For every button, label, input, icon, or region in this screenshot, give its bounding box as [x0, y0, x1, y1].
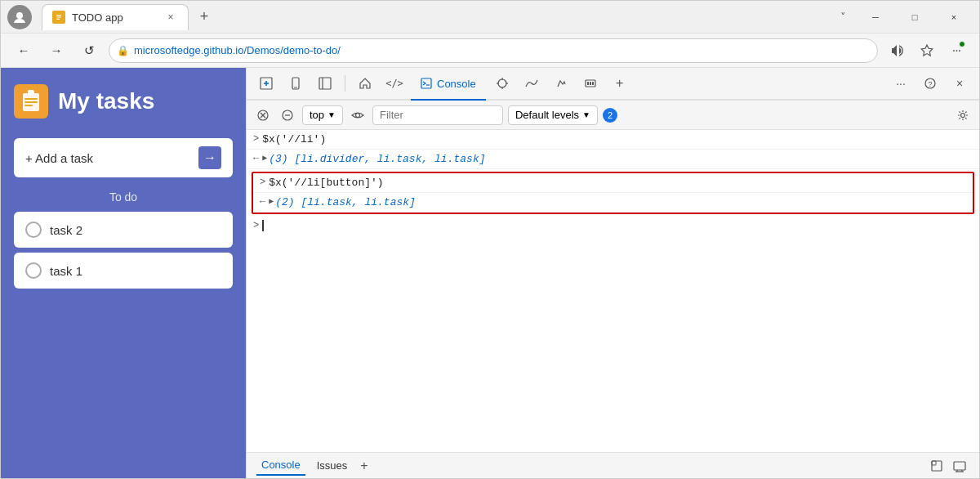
- expand-4[interactable]: ▶: [269, 196, 274, 206]
- address-input[interactable]: microsoftedge.github.io/Demos/demo-to-do…: [109, 38, 878, 63]
- toolbar-separator: [345, 75, 345, 92]
- user-avatar[interactable]: [7, 5, 32, 29]
- svg-rect-25: [592, 82, 594, 85]
- task-name-2: task 2: [50, 223, 82, 237]
- forward-button[interactable]: →: [43, 38, 69, 64]
- console-settings-button[interactable]: [953, 105, 973, 125]
- add-task-arrow-icon: →: [198, 146, 221, 169]
- cursor: [262, 220, 264, 231]
- browser-tab[interactable]: TODO app ×: [42, 4, 189, 30]
- task-name-1: task 1: [50, 264, 82, 278]
- svg-point-34: [961, 113, 965, 117]
- favorites-button[interactable]: [914, 38, 940, 64]
- svg-rect-3: [56, 16, 61, 17]
- back-button[interactable]: ←: [11, 38, 37, 64]
- devtools-memory-button[interactable]: [577, 70, 604, 96]
- lock-icon: 🔒: [117, 45, 129, 56]
- more-tools-button[interactable]: ···: [943, 38, 969, 64]
- bottom-tab-issues[interactable]: Issues: [312, 456, 353, 475]
- new-tab-button[interactable]: +: [192, 5, 216, 29]
- svg-rect-23: [587, 82, 589, 85]
- console-line-4: ← ▶ (2) [li.task, li.task]: [253, 193, 973, 213]
- main-content: My tasks + Add a task → To do task 2 tas…: [1, 68, 979, 478]
- devtools-console-tab[interactable]: Console: [411, 68, 486, 101]
- add-task-label: + Add a task: [25, 151, 93, 165]
- address-actions: ···: [884, 38, 969, 64]
- refresh-button[interactable]: ↺: [76, 38, 102, 64]
- chevron-button[interactable]: ˅: [831, 5, 855, 29]
- svg-rect-12: [294, 87, 297, 88]
- console-line-2: ← ▶ (3) [li.divider, li.task, li.task]: [247, 150, 979, 169]
- levels-chevron: ▼: [582, 110, 590, 119]
- window-controls: ˅ ─ □ ×: [831, 5, 973, 29]
- devtools-add-tab-button[interactable]: +: [607, 70, 633, 96]
- read-aloud-button[interactable]: [884, 38, 911, 64]
- console-filter-button[interactable]: [278, 105, 297, 125]
- title-bar: TODO app × + ˅ ─ □ ×: [1, 1, 979, 34]
- devtools-home-button[interactable]: [352, 70, 378, 96]
- tab-title: TODO app: [72, 11, 157, 24]
- context-selector[interactable]: top ▼: [302, 105, 343, 125]
- caret-4: ←: [260, 196, 265, 208]
- prompt-line[interactable]: >: [247, 217, 979, 235]
- svg-rect-2: [56, 15, 61, 16]
- add-task-button[interactable]: + Add a task →: [14, 138, 233, 177]
- svg-point-17: [498, 79, 506, 87]
- tab-favicon: [52, 11, 65, 24]
- console-tab-label: Console: [437, 78, 476, 90]
- devtools-inspect-button[interactable]: [253, 70, 279, 96]
- tab-close-button[interactable]: ×: [163, 10, 178, 25]
- svg-rect-37: [954, 462, 965, 470]
- console-clear-button[interactable]: [253, 105, 273, 125]
- console-text-1: $x('//li'): [262, 133, 326, 145]
- devtools-debug-button[interactable]: [489, 70, 515, 96]
- devtools-help-button[interactable]: ?: [917, 70, 943, 96]
- task-item-2[interactable]: task 2: [14, 212, 233, 248]
- svg-rect-8: [24, 101, 38, 103]
- devtools-toolbar: </> Console + ···: [247, 68, 979, 101]
- svg-rect-9: [24, 105, 33, 106]
- highlighted-block: > $x('//li[button]') ← ▶ (2) [li.task, l…: [252, 172, 974, 214]
- devtools-network-button[interactable]: [519, 70, 545, 96]
- devtools-panel: </> Console + ···: [246, 68, 979, 478]
- browser-window: TODO app × + ˅ ─ □ × ← → ↺ 🔒 microsofted…: [0, 0, 980, 479]
- svg-rect-36: [932, 461, 936, 465]
- devtools-more-button[interactable]: ···: [888, 70, 914, 96]
- expand-2[interactable]: ▶: [262, 153, 267, 163]
- svg-rect-7: [24, 98, 38, 100]
- close-button[interactable]: ×: [935, 5, 973, 29]
- minimize-button[interactable]: ─: [857, 5, 894, 29]
- todo-panel: My tasks + Add a task → To do task 2 tas…: [1, 68, 246, 478]
- console-filter-input[interactable]: [372, 105, 503, 125]
- notification-dot: [959, 41, 965, 47]
- bottom-tab-console[interactable]: Console: [256, 455, 305, 476]
- prompt-caret: >: [253, 220, 259, 231]
- devtools-device-button[interactable]: [283, 70, 309, 96]
- levels-label: Default levels: [515, 109, 579, 121]
- todo-header: My tasks: [14, 84, 233, 119]
- svg-rect-35: [932, 461, 942, 471]
- svg-rect-24: [590, 82, 591, 85]
- levels-dropdown[interactable]: Default levels ▼: [508, 105, 598, 125]
- console-line-3: > $x('//li[button]'): [253, 173, 973, 193]
- clipboard-icon: [14, 84, 48, 119]
- bottom-action-1[interactable]: [927, 456, 947, 476]
- maximize-button[interactable]: □: [896, 5, 933, 29]
- console-eye-button[interactable]: [348, 105, 368, 125]
- console-text-2: (3) [li.divider, li.task, li.task]: [269, 153, 485, 165]
- bottom-action-2[interactable]: [950, 456, 969, 476]
- bottom-add-button[interactable]: +: [360, 459, 368, 473]
- svg-point-33: [355, 113, 359, 117]
- devtools-sidebar-button[interactable]: [312, 70, 338, 96]
- todo-section-label: To do: [14, 190, 233, 204]
- task-checkbox-2[interactable]: [25, 222, 42, 238]
- devtools-close-button[interactable]: ×: [947, 70, 973, 96]
- svg-rect-13: [319, 78, 331, 89]
- task-item-1[interactable]: task 1: [14, 253, 233, 289]
- devtools-source-button[interactable]: </>: [381, 70, 408, 96]
- task-checkbox-1[interactable]: [25, 262, 42, 279]
- address-bar-wrapper[interactable]: 🔒 microsoftedge.github.io/Demos/demo-to-…: [109, 38, 878, 63]
- caret-3: >: [260, 177, 265, 188]
- devtools-performance-button[interactable]: [548, 70, 574, 96]
- console-content[interactable]: > $x('//li') ← ▶ (3) [li.divider, li.tas…: [247, 130, 979, 452]
